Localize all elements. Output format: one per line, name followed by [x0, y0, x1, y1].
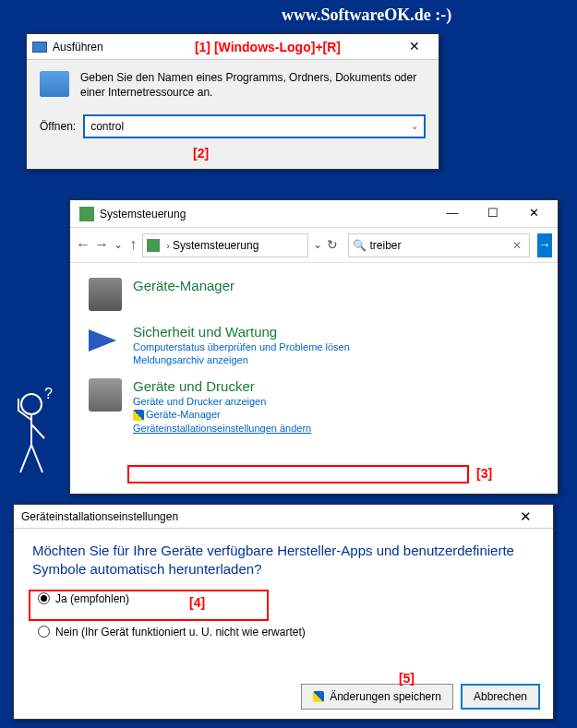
search-icon: 🔍 — [353, 239, 367, 252]
control-panel-window: Systemsteuerung — ☐ ✕ ← → ⌄ ↑ › Systemst… — [69, 199, 559, 495]
refresh-button[interactable]: ↻ — [327, 235, 338, 256]
cp-sublink[interactable]: Meldungsarchiv anzeigen — [133, 354, 350, 365]
highlight-box-4 — [29, 590, 269, 621]
minimize-button[interactable]: — — [432, 201, 473, 227]
breadcrumb[interactable]: Systemsteuerung — [173, 239, 258, 252]
cp-item-device-manager[interactable]: Geräte-Manager — [89, 278, 539, 311]
annotation-3: [3] — [476, 466, 492, 481]
search-input[interactable] — [370, 239, 509, 252]
flag-icon — [89, 329, 116, 352]
shield-icon — [133, 410, 144, 421]
cp-title: Systemsteuerung — [100, 208, 432, 221]
forward-button[interactable]: → — [94, 235, 109, 256]
close-button[interactable]: ✕ — [513, 201, 554, 227]
device-install-settings-dialog: Geräteinstallationseinstellungen ✕ Möcht… — [13, 504, 554, 720]
settings-titlebar: Geräteinstallationseinstellungen ✕ — [14, 505, 553, 529]
control-panel-icon — [79, 207, 94, 221]
search-go-button[interactable]: → — [537, 233, 553, 257]
cancel-button[interactable]: Abbrechen — [461, 684, 540, 710]
chevron-down-icon[interactable]: ⌄ — [113, 235, 124, 256]
svg-text:?: ? — [44, 388, 53, 401]
cp-sublink-change-install-settings[interactable]: Geräteinstallationseinstellungen ändern — [133, 423, 311, 434]
chevron-down-icon[interactable]: ⌄ — [405, 116, 424, 137]
stickman-illustration: ? — [11, 388, 62, 480]
open-input[interactable] — [85, 116, 405, 137]
close-button[interactable]: ✕ — [505, 507, 546, 527]
radio-no[interactable] — [38, 626, 50, 638]
chevron-right-icon: › — [166, 240, 170, 251]
annotation-4: [4] — [189, 595, 205, 610]
cp-item-title: Geräte und Drucker — [133, 378, 255, 394]
svg-line-4 — [31, 424, 44, 438]
run-icon — [32, 42, 47, 53]
up-button[interactable]: ↑ — [127, 235, 138, 256]
shield-icon — [313, 691, 324, 702]
run-app-icon — [40, 71, 69, 97]
run-title: Ausführen — [53, 41, 195, 54]
svg-line-2 — [20, 445, 31, 472]
branding-url-top: www.SoftwareOK.de :-) — [282, 6, 451, 25]
close-button[interactable]: ✕ — [396, 37, 433, 57]
highlight-box-3 — [127, 465, 469, 483]
search-box[interactable]: 🔍 ✕ — [348, 233, 530, 257]
settings-question: Möchten Sie für Ihre Geräte verfügbare H… — [14, 529, 553, 589]
annotation-5: [5] — [399, 671, 415, 686]
annotation-1: [1] [Windows-Logo]+[R] — [195, 40, 341, 54]
control-panel-icon — [147, 239, 160, 252]
run-titlebar: Ausführen [1] [Windows-Logo]+[R] ✕ — [27, 34, 439, 60]
settings-title: Geräteinstallationseinstellungen — [21, 510, 505, 523]
cp-item-security[interactable]: Sicherheit und Wartung Computerstatus üb… — [89, 324, 539, 365]
run-dialog: Ausführen [1] [Windows-Logo]+[R] ✕ Geben… — [26, 33, 439, 170]
clear-search-button[interactable]: ✕ — [509, 239, 525, 252]
open-combobox[interactable]: ⌄ — [83, 114, 426, 138]
cp-titlebar: Systemsteuerung — ☐ ✕ — [70, 200, 558, 228]
cp-sublink[interactable]: Geräte und Drucker anzeigen — [133, 396, 311, 407]
radio-no-label: Nein (Ihr Gerät funktioniert u. U. nicht… — [55, 626, 306, 638]
cp-item-title: Sicherheit und Wartung — [133, 324, 277, 340]
open-label: Öffnen: — [40, 120, 76, 133]
cp-item-title: Geräte-Manager — [133, 278, 234, 293]
cp-item-devices-printers[interactable]: Geräte und Drucker Geräte und Drucker an… — [89, 378, 539, 434]
cp-navbar: ← → ⌄ ↑ › Systemsteuerung ⌄ ↻ 🔍 ✕ → — [70, 228, 558, 263]
cp-sublink[interactable]: Computerstatus überprüfen und Probleme l… — [133, 341, 350, 352]
maximize-button[interactable]: ☐ — [473, 201, 513, 227]
run-description: Geben Sie den Namen eines Programms, Ord… — [80, 71, 426, 100]
device-manager-icon — [89, 278, 122, 311]
back-button[interactable]: ← — [76, 235, 90, 256]
cp-sublink[interactable]: Geräte-Manager — [133, 409, 311, 421]
radio-no-row[interactable]: Nein (Ihr Gerät funktioniert u. U. nicht… — [14, 622, 553, 642]
address-bar[interactable]: › Systemsteuerung — [142, 233, 308, 257]
printer-icon — [89, 378, 122, 412]
annotation-2: [2] — [193, 146, 209, 161]
chevron-down-icon[interactable]: ⌄ — [312, 235, 323, 256]
save-button[interactable]: Änderungen speichern — [301, 684, 453, 710]
svg-line-3 — [31, 445, 42, 472]
svg-point-0 — [21, 394, 42, 414]
